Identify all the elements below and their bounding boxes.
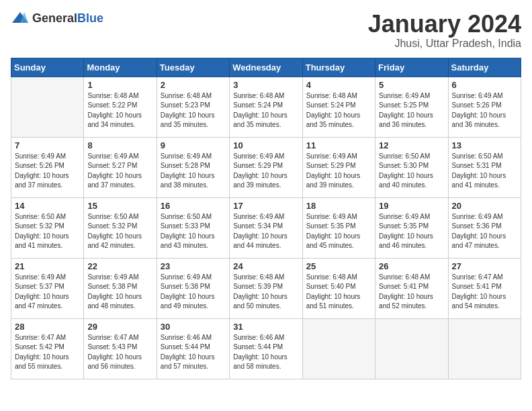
day-info: Sunrise: 6:49 AM Sunset: 5:36 PM Dayligh…: [452, 212, 517, 251]
day-info: Sunrise: 6:49 AM Sunset: 5:27 PM Dayligh…: [87, 152, 152, 191]
calendar-cell: 7Sunrise: 6:49 AM Sunset: 5:26 PM Daylig…: [11, 137, 84, 197]
calendar-cell: 21Sunrise: 6:49 AM Sunset: 5:37 PM Dayli…: [11, 258, 84, 318]
calendar-cell: [375, 318, 448, 379]
day-info: Sunrise: 6:50 AM Sunset: 5:33 PM Dayligh…: [161, 212, 226, 251]
day-number: 11: [306, 140, 371, 150]
day-number: 14: [15, 201, 80, 211]
calendar-cell: 24Sunrise: 6:48 AM Sunset: 5:39 PM Dayli…: [230, 258, 302, 318]
calendar-cell: 26Sunrise: 6:48 AM Sunset: 5:41 PM Dayli…: [375, 258, 448, 318]
day-number: 16: [161, 201, 226, 211]
logo-icon: [11, 11, 30, 26]
calendar-cell: 8Sunrise: 6:49 AM Sunset: 5:27 PM Daylig…: [84, 137, 157, 197]
day-info: Sunrise: 6:49 AM Sunset: 5:35 PM Dayligh…: [379, 212, 444, 251]
day-number: 21: [15, 261, 80, 271]
calendar-cell: 10Sunrise: 6:49 AM Sunset: 5:29 PM Dayli…: [230, 137, 302, 197]
calendar-cell: 16Sunrise: 6:50 AM Sunset: 5:33 PM Dayli…: [157, 197, 229, 258]
day-number: 4: [306, 80, 371, 90]
day-info: Sunrise: 6:49 AM Sunset: 5:37 PM Dayligh…: [15, 273, 80, 312]
calendar-cell: 25Sunrise: 6:48 AM Sunset: 5:40 PM Dayli…: [302, 258, 375, 318]
day-info: Sunrise: 6:48 AM Sunset: 5:24 PM Dayligh…: [306, 91, 371, 130]
week-row-2: 7Sunrise: 6:49 AM Sunset: 5:26 PM Daylig…: [11, 137, 521, 197]
day-info: Sunrise: 6:48 AM Sunset: 5:24 PM Dayligh…: [233, 91, 298, 130]
calendar-cell: 13Sunrise: 6:50 AM Sunset: 5:31 PM Dayli…: [448, 137, 521, 197]
day-number: 5: [379, 80, 444, 90]
day-header-monday: Monday: [84, 58, 157, 77]
calendar-cell: 22Sunrise: 6:49 AM Sunset: 5:38 PM Dayli…: [84, 258, 157, 318]
day-number: 10: [233, 140, 298, 150]
day-info: Sunrise: 6:49 AM Sunset: 5:38 PM Dayligh…: [87, 273, 152, 312]
calendar-cell: 30Sunrise: 6:46 AM Sunset: 5:44 PM Dayli…: [157, 318, 229, 379]
day-info: Sunrise: 6:50 AM Sunset: 5:32 PM Dayligh…: [15, 212, 80, 251]
day-number: 20: [452, 201, 517, 211]
day-number: 17: [233, 201, 298, 211]
day-info: Sunrise: 6:46 AM Sunset: 5:44 PM Dayligh…: [233, 333, 298, 372]
day-number: 23: [161, 261, 226, 271]
calendar-cell: 6Sunrise: 6:49 AM Sunset: 5:26 PM Daylig…: [448, 77, 521, 137]
calendar-cell: 15Sunrise: 6:50 AM Sunset: 5:32 PM Dayli…: [84, 197, 157, 258]
day-number: 19: [379, 201, 444, 211]
day-number: 15: [87, 201, 152, 211]
day-number: 9: [161, 140, 226, 150]
day-info: Sunrise: 6:49 AM Sunset: 5:25 PM Dayligh…: [379, 91, 444, 130]
logo-general: General: [32, 11, 77, 25]
day-header-sunday: Sunday: [11, 58, 84, 77]
week-row-1: 1Sunrise: 6:48 AM Sunset: 5:22 PM Daylig…: [11, 77, 521, 137]
day-info: Sunrise: 6:49 AM Sunset: 5:38 PM Dayligh…: [161, 273, 226, 312]
day-info: Sunrise: 6:50 AM Sunset: 5:31 PM Dayligh…: [452, 152, 517, 191]
day-number: 22: [87, 261, 152, 271]
title-block: January 2024 Jhusi, Uttar Pradesh, India: [368, 11, 521, 50]
month-title: January 2024: [368, 11, 521, 38]
week-row-3: 14Sunrise: 6:50 AM Sunset: 5:32 PM Dayli…: [11, 197, 521, 258]
calendar-cell: 5Sunrise: 6:49 AM Sunset: 5:25 PM Daylig…: [375, 77, 448, 137]
calendar-cell: 14Sunrise: 6:50 AM Sunset: 5:32 PM Dayli…: [11, 197, 84, 258]
week-row-5: 28Sunrise: 6:47 AM Sunset: 5:42 PM Dayli…: [11, 318, 521, 379]
day-info: Sunrise: 6:49 AM Sunset: 5:26 PM Dayligh…: [452, 91, 517, 130]
day-info: Sunrise: 6:49 AM Sunset: 5:28 PM Dayligh…: [161, 152, 226, 191]
day-info: Sunrise: 6:47 AM Sunset: 5:42 PM Dayligh…: [15, 333, 80, 372]
calendar-cell: 31Sunrise: 6:46 AM Sunset: 5:44 PM Dayli…: [230, 318, 302, 379]
day-number: 2: [161, 80, 226, 90]
day-info: Sunrise: 6:48 AM Sunset: 5:40 PM Dayligh…: [306, 273, 371, 312]
day-info: Sunrise: 6:47 AM Sunset: 5:43 PM Dayligh…: [87, 333, 152, 372]
day-info: Sunrise: 6:49 AM Sunset: 5:35 PM Dayligh…: [306, 212, 371, 251]
calendar-cell: 4Sunrise: 6:48 AM Sunset: 5:24 PM Daylig…: [302, 77, 375, 137]
day-info: Sunrise: 6:49 AM Sunset: 5:29 PM Dayligh…: [233, 152, 298, 191]
calendar-cell: 2Sunrise: 6:48 AM Sunset: 5:23 PM Daylig…: [157, 77, 229, 137]
calendar-header-row: SundayMondayTuesdayWednesdayThursdayFrid…: [11, 58, 521, 77]
day-info: Sunrise: 6:49 AM Sunset: 5:34 PM Dayligh…: [233, 212, 298, 251]
day-number: 25: [306, 261, 371, 271]
day-number: 6: [452, 80, 517, 90]
day-number: 13: [452, 140, 517, 150]
calendar-cell: 19Sunrise: 6:49 AM Sunset: 5:35 PM Dayli…: [375, 197, 448, 258]
calendar-cell: 27Sunrise: 6:47 AM Sunset: 5:41 PM Dayli…: [448, 258, 521, 318]
day-number: 28: [15, 322, 80, 332]
day-info: Sunrise: 6:47 AM Sunset: 5:41 PM Dayligh…: [452, 273, 517, 312]
page-header: GeneralBlue January 2024 Jhusi, Uttar Pr…: [11, 11, 521, 50]
day-header-saturday: Saturday: [448, 58, 521, 77]
calendar-cell: 1Sunrise: 6:48 AM Sunset: 5:22 PM Daylig…: [84, 77, 157, 137]
calendar-cell: 12Sunrise: 6:50 AM Sunset: 5:30 PM Dayli…: [375, 137, 448, 197]
calendar-cell: [448, 318, 521, 379]
day-number: 24: [233, 261, 298, 271]
calendar-cell: 18Sunrise: 6:49 AM Sunset: 5:35 PM Dayli…: [302, 197, 375, 258]
calendar-cell: [302, 318, 375, 379]
day-info: Sunrise: 6:48 AM Sunset: 5:39 PM Dayligh…: [233, 273, 298, 312]
day-info: Sunrise: 6:49 AM Sunset: 5:29 PM Dayligh…: [306, 152, 371, 191]
calendar-cell: 11Sunrise: 6:49 AM Sunset: 5:29 PM Dayli…: [302, 137, 375, 197]
day-number: 29: [87, 322, 152, 332]
day-info: Sunrise: 6:49 AM Sunset: 5:26 PM Dayligh…: [15, 152, 80, 191]
calendar-cell: 9Sunrise: 6:49 AM Sunset: 5:28 PM Daylig…: [157, 137, 229, 197]
calendar-cell: 3Sunrise: 6:48 AM Sunset: 5:24 PM Daylig…: [230, 77, 302, 137]
day-number: 12: [379, 140, 444, 150]
day-info: Sunrise: 6:50 AM Sunset: 5:32 PM Dayligh…: [87, 212, 152, 251]
calendar-table: SundayMondayTuesdayWednesdayThursdayFrid…: [11, 58, 521, 379]
day-header-tuesday: Tuesday: [157, 58, 229, 77]
logo-blue: Blue: [77, 11, 103, 25]
day-number: 30: [161, 322, 226, 332]
day-number: 3: [233, 80, 298, 90]
day-info: Sunrise: 6:48 AM Sunset: 5:22 PM Dayligh…: [87, 91, 152, 130]
day-header-thursday: Thursday: [302, 58, 375, 77]
week-row-4: 21Sunrise: 6:49 AM Sunset: 5:37 PM Dayli…: [11, 258, 521, 318]
calendar-cell: 29Sunrise: 6:47 AM Sunset: 5:43 PM Dayli…: [84, 318, 157, 379]
day-info: Sunrise: 6:46 AM Sunset: 5:44 PM Dayligh…: [161, 333, 226, 372]
